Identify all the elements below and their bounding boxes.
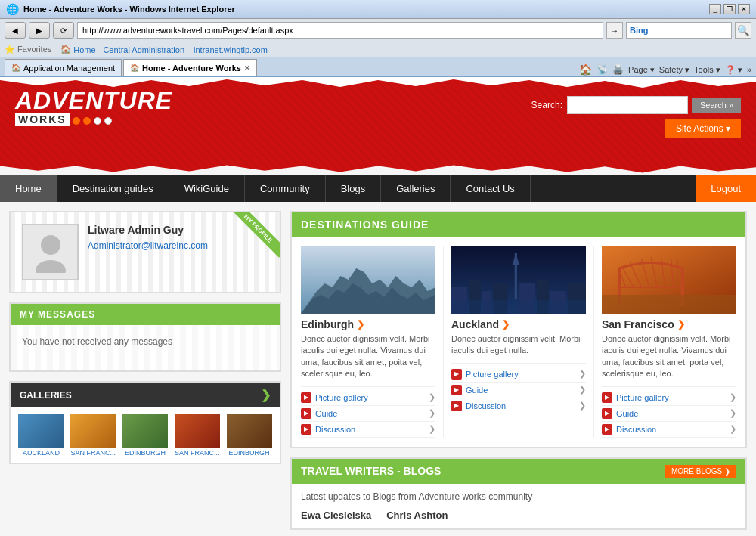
svg-point-0 — [41, 235, 60, 255]
auckland-discussion[interactable]: ▶ Discussion ❯ — [451, 398, 586, 414]
travel-body: Latest updates to Blogs from Adventure w… — [292, 484, 745, 528]
title-bar: 🌐 Home - Adventure Works - Windows Inter… — [0, 0, 756, 19]
sf-skyline — [602, 246, 736, 314]
nav-home[interactable]: Home — [0, 175, 57, 202]
sf-picture-gallery[interactable]: ▶ Picture gallery ❯ — [602, 390, 736, 406]
dest-name-edinburgh: Edinburgh ❯ — [301, 318, 435, 330]
more-blogs-button[interactable]: MORE BLOGS ❯ — [665, 465, 736, 478]
nav-destination-guides[interactable]: Destination guides — [57, 175, 169, 202]
edinburgh-guide[interactable]: ▶ Guide ❯ — [301, 406, 435, 422]
destinations-grid: Edinburgh ❯ Donec auctor dignissim velit… — [292, 237, 745, 447]
minimize-button[interactable]: _ — [709, 4, 721, 14]
expand-icon[interactable]: » — [747, 65, 751, 74]
nav-blogs[interactable]: Blogs — [326, 175, 382, 202]
nav-contact-us[interactable]: Contact Us — [451, 175, 530, 202]
logo-area: ADVENTURE WORKS — [15, 88, 172, 126]
destinations-header: DESTINATIONS GUIDE — [292, 212, 745, 237]
search-button[interactable]: Search » — [692, 98, 741, 113]
travel-header: TRAVEL WRITERS - BLOGS MORE BLOGS ❯ — [292, 459, 745, 484]
edinburgh-discussion[interactable]: ▶ Discussion ❯ — [301, 422, 435, 438]
page-menu[interactable]: Page ▾ — [628, 65, 655, 75]
gallery-thumb-3[interactable]: EDINBURGH — [121, 414, 170, 457]
gallery-thumb-2[interactable]: SAN FRANC... — [69, 414, 118, 457]
page-content: ADVENTURE WORKS Search: — [0, 77, 756, 536]
edinburgh-skyline — [301, 246, 435, 314]
bing-label: Bing — [630, 26, 648, 35]
link-arrow: ❯ — [429, 392, 435, 402]
gallery-label-2: SAN FRANC... — [70, 449, 116, 457]
fav-intranet[interactable]: intranet.wingtip.com — [194, 45, 268, 54]
auckland-skyline — [451, 246, 586, 314]
dest-card-auckland: Auckland ❯ Donec auctor dignissim velit.… — [451, 246, 586, 438]
nav-logout[interactable]: Logout — [696, 175, 756, 202]
messages-header: MY MESSAGES — [11, 304, 280, 325]
link-arrow: ❯ — [730, 408, 736, 418]
dest-arrow-auckland: ❯ — [502, 319, 510, 330]
tab-app-management[interactable]: 🏠 Application Management — [5, 59, 122, 76]
tab-home-adventure[interactable]: 🏠 Home - Adventure Works ✕ — [123, 59, 257, 76]
site-actions-button[interactable]: Site Actions ▾ — [665, 119, 741, 138]
profile-card: Litware Admin Guy Administrator@litwarei… — [9, 211, 281, 293]
gallery-thumb-4[interactable]: SAN FRANC... — [172, 414, 222, 457]
guide-icon: ▶ — [602, 408, 612, 419]
home-toolbar-icon[interactable]: 🏠 — [579, 64, 592, 76]
nav-galleries[interactable]: Galleries — [381, 175, 451, 202]
discussion-icon: ▶ — [451, 401, 462, 411]
gallery-thumb-1[interactable]: AUCKLAND — [17, 414, 66, 457]
auckland-picture-gallery[interactable]: ▶ Picture gallery ❯ — [451, 367, 586, 383]
window-title: Home - Adventure Works - Windows Interne… — [23, 5, 235, 14]
destinations-section: DESTINATIONS GUIDE — [290, 211, 747, 448]
discussion-icon: ▶ — [301, 424, 311, 435]
dest-card-edinburgh: Edinburgh ❯ Donec auctor dignissim velit… — [301, 246, 435, 438]
gallery-thumb-5[interactable]: EDINBURGH — [225, 414, 274, 457]
logo-adventure-text: ADVENTURE — [15, 88, 172, 113]
logo-dot-3 — [94, 117, 101, 125]
gallery-label-4: SAN FRANC... — [175, 449, 220, 457]
right-content: DESTINATIONS GUIDE — [290, 211, 747, 530]
back-button[interactable]: ◀ — [5, 22, 26, 39]
help-icon[interactable]: ❓ ▾ — [725, 65, 742, 75]
profile-avatar — [22, 224, 79, 280]
safety-menu[interactable]: Safety ▾ — [659, 65, 689, 75]
edinburgh-picture-gallery[interactable]: ▶ Picture gallery ❯ — [301, 390, 435, 406]
messages-body: You have not received any messages — [11, 325, 280, 370]
dest-img-sf — [602, 246, 736, 314]
guide-icon: ▶ — [451, 385, 462, 395]
refresh-button[interactable]: ⟳ — [53, 22, 74, 39]
tab-close-icon[interactable]: ✕ — [244, 64, 250, 72]
go-button[interactable]: → — [606, 22, 623, 39]
dest-links-auckland: ▶ Picture gallery ❯ ▶ Guide ❯ — [451, 363, 586, 414]
restore-button[interactable]: ❐ — [723, 4, 736, 14]
fav-central-admin[interactable]: 🏠 Home - Central Administration — [60, 45, 184, 54]
link-arrow: ❯ — [579, 385, 586, 395]
profile-email[interactable]: Administrator@litwareinc.com — [88, 240, 208, 251]
gallery-icon: ▶ — [602, 392, 612, 403]
nav-wikiguide[interactable]: WikiGuide — [169, 175, 245, 202]
galleries-more-button[interactable]: ❯ — [261, 388, 271, 402]
sf-guide[interactable]: ▶ Guide ❯ — [602, 406, 736, 422]
tools-menu[interactable]: Tools ▾ — [694, 65, 720, 75]
gallery-label-3: EDINBURGH — [125, 449, 166, 457]
address-input[interactable] — [77, 22, 603, 39]
toolbar-right: 🏠 📡 🖨️ Page ▾ Safety ▾ Tools ▾ ❓ ▾ » — [579, 64, 751, 76]
dest-name-sf: San Francisco ❯ — [602, 318, 736, 330]
bing-search-button[interactable]: 🔍 — [735, 22, 751, 39]
auckland-guide[interactable]: ▶ Guide ❯ — [451, 383, 586, 398]
sf-discussion[interactable]: ▶ Discussion ❯ — [602, 422, 736, 438]
search-box: Bing — [626, 22, 732, 39]
link-arrow: ❯ — [579, 369, 586, 379]
close-button[interactable]: ✕ — [738, 4, 750, 14]
my-profile-badge: MY PROFILE — [230, 212, 280, 258]
link-arrow: ❯ — [730, 392, 736, 402]
logo-works-text: WORKS — [15, 113, 70, 126]
gallery-thumbs: AUCKLAND SAN FRANC... EDINBURGH SAN — [11, 407, 280, 463]
favorites-bar: ⭐ Favorites 🏠 Home - Central Administrat… — [0, 42, 756, 57]
feeds-icon[interactable]: 📡 — [596, 64, 608, 75]
search-input[interactable] — [567, 96, 688, 114]
gallery-img-3 — [122, 414, 168, 448]
print-icon[interactable]: 🖨️ — [612, 64, 624, 75]
svg-rect-29 — [602, 295, 736, 314]
nav-community[interactable]: Community — [245, 175, 326, 202]
discussion-icon: ▶ — [602, 424, 612, 435]
forward-button[interactable]: ▶ — [29, 22, 50, 39]
